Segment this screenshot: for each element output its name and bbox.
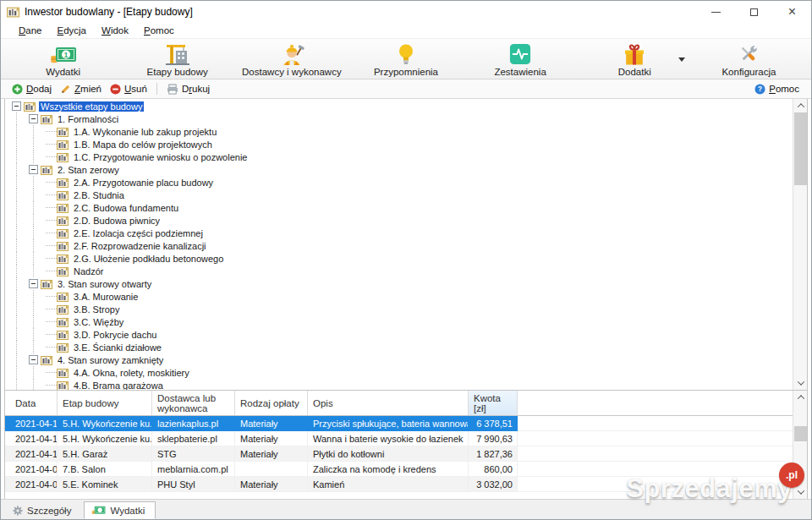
collapse-expander-icon[interactable]	[29, 114, 38, 123]
usuń-button[interactable]: Usuń	[106, 82, 151, 96]
tree-item-wszystkie-etapy-budowy[interactable]: Wszystkie etapy budowy	[5, 100, 793, 112]
table-cell: 2021-04-07	[5, 462, 58, 477]
table-scrollbar-thumb[interactable]	[794, 426, 807, 441]
menu-item-widok[interactable]: Widok	[94, 24, 136, 37]
scroll-down-icon[interactable]	[793, 376, 808, 390]
tab-wydatki[interactable]: Wydatki	[84, 501, 156, 519]
dodatki-dropdown-arrow-icon[interactable]	[678, 57, 685, 62]
collapse-expander-icon[interactable]	[29, 165, 38, 174]
tree-guide-line	[33, 315, 34, 328]
tree-guide-line	[16, 189, 17, 201]
tree-item-1-a-wykonanie-lub-zakup-projektu[interactable]: 1.A. Wykonanie lub zakup projektu	[5, 125, 793, 138]
tree-item-3-b-stropy[interactable]: 3.B. Stropy	[5, 303, 793, 315]
table-cell: Kamień	[308, 477, 469, 492]
zmień-button[interactable]: Zmień	[56, 82, 106, 96]
stage-node-icon	[57, 216, 69, 226]
column-header-rodzaj-opłaty[interactable]: Rodzaj opłaty	[235, 391, 308, 415]
menu-item-edycja[interactable]: Edycja	[50, 24, 95, 37]
collapse-expander-icon[interactable]	[29, 355, 38, 364]
help-button[interactable]: ?Pomoc	[749, 82, 804, 96]
toolbar-button-etapy-budowy[interactable]: Etapy budowy	[120, 39, 234, 79]
scroll-down-icon[interactable]	[793, 485, 808, 499]
drukuj-button[interactable]: Drukuj	[162, 82, 214, 96]
app-window: Inwestor budowlany - [Etapy budowy] × Da…	[0, 0, 812, 520]
tree-connector	[46, 233, 57, 233]
toolbar-button-dodatki[interactable]: Dodatki	[578, 39, 692, 79]
column-header-etap-budowy[interactable]: Etap budowy	[58, 391, 152, 415]
toolbar-button-dostawcy[interactable]: Dostawcy i wykonawcy	[234, 39, 348, 79]
tree-item-3-d-pokrycie-dachu[interactable]: 3.D. Pokrycie dachu	[5, 328, 793, 341]
column-header-opis[interactable]: Opis	[308, 391, 469, 415]
tree-item-2-stan-zerowy[interactable]: 2. Stan zerowy	[5, 163, 793, 176]
tree-scrollbar[interactable]	[793, 99, 807, 390]
tree-item-2-d-budowa-piwnicy[interactable]: 2.D. Budowa piwnicy	[5, 214, 793, 227]
dodaj-button[interactable]: Dodaj	[8, 82, 56, 96]
stage-node-icon	[41, 114, 52, 124]
tree-item-1-b-mapa-do-celów-projektowych[interactable]: 1.B. Mapa do celów projektowych	[5, 138, 793, 151]
tree-item-2-g-ułożenie-podkładu-betonowego[interactable]: 2.G. Ułożenie podkładu betonowego	[5, 252, 793, 265]
minimize-icon	[711, 12, 721, 13]
table-cell: meblarnia.com.pl	[152, 462, 235, 477]
tree-scrollbar-thumb[interactable]	[794, 112, 807, 185]
table-cell: STG	[152, 446, 235, 462]
tree-item-4-b-brama-garażowa[interactable]: 4.B. Brama garażowa	[5, 379, 793, 390]
table-row[interactable]: 2021-04-077.B. Salonmeblarnia.com.plZali…	[5, 462, 793, 477]
table-scrollbar[interactable]	[793, 391, 807, 499]
table-row[interactable]: 2021-04-135.H. Wykończenie ku...sklepbat…	[5, 431, 793, 446]
tree-item-3-a-murowanie[interactable]: 3.A. Murowanie	[5, 290, 793, 303]
tree-item-2-b-studnia[interactable]: 2.B. Studnia	[5, 189, 793, 201]
tree-item-3-stan-surowy-otwarty[interactable]: 3. Stan surowy otwarty	[5, 277, 793, 290]
tree-guide-line	[16, 239, 17, 252]
money-icon: 1	[50, 43, 77, 65]
table-row[interactable]: 2021-04-105.H. GarażSTGMateriałyPłytki d…	[5, 446, 793, 462]
bottom-tab-bar: SzczegółyWydatki	[1, 499, 811, 519]
menu-item-dane[interactable]: Dane	[11, 24, 50, 37]
column-header-kwota-zł[interactable]: Kwota [zł]	[469, 391, 518, 415]
worker-icon	[279, 43, 304, 65]
tree-guide-line	[33, 341, 34, 353]
table-cell-filler	[518, 431, 793, 446]
maximize-button[interactable]	[735, 1, 773, 23]
toolbar-button-zestawienia[interactable]: Zestawienia	[464, 39, 578, 79]
table-row[interactable]: 2021-04-075.E. KominekPHU StylMateriałyK…	[5, 477, 793, 492]
table-cell: Materiały	[235, 446, 308, 462]
tree-guide-line	[16, 214, 17, 227]
column-header-data[interactable]: Data	[5, 391, 58, 415]
tab-label: Wydatki	[110, 506, 145, 516]
collapse-expander-icon[interactable]	[29, 279, 38, 288]
column-header-dostawca-lub-wykonawca[interactable]: Dostawca lub wykonawca	[152, 391, 235, 415]
tab-szczegóły[interactable]: Szczegóły	[5, 501, 82, 519]
tree-item-2-a-przygotowanie-placu-budowy[interactable]: 2.A. Przygotowanie placu budowy	[5, 176, 793, 189]
toolbar-button-przypomnienia[interactable]: Przypomnienia	[348, 39, 463, 79]
add-icon	[12, 84, 23, 95]
tree-item-1-formalności[interactable]: 1. Formalności	[5, 112, 793, 125]
column-header-filler	[518, 391, 793, 415]
tree-item-label: 1.A. Wykonanie lub zakup projektu	[72, 127, 218, 137]
tree-item-2-e-izolacja-części-podziemnej[interactable]: 2.E. Izolacja części podziemnej	[5, 227, 793, 239]
svg-text:1: 1	[63, 51, 68, 59]
toolbar-button-konfiguracja[interactable]: Konfiguracja	[692, 39, 806, 79]
tree-item-1-c-przygotowanie-wniosku-o-pozwolenie[interactable]: 1.C. Przygotowanie wniosku o pozwolenie	[5, 151, 793, 163]
chart-pulse-icon	[509, 43, 531, 65]
tree-item-4-stan-surowy-zamknięty[interactable]: 4. Stan surowy zamknięty	[5, 353, 793, 366]
tree-item-3-e-ścianki-działowe[interactable]: 3.E. Ścianki działowe	[5, 341, 793, 353]
maximize-icon	[750, 8, 758, 16]
tree-item-2-c-budowa-fundamentu[interactable]: 2.C. Budowa fundamentu	[5, 201, 793, 214]
close-icon: ×	[788, 5, 796, 19]
toolbar-button-wydatki[interactable]: 1 Wydatki	[6, 39, 120, 79]
tree-item-nadzór[interactable]: Nadzór	[5, 265, 793, 277]
scroll-up-icon[interactable]	[793, 99, 808, 112]
stage-node-icon	[57, 190, 69, 200]
tree-item-2-f-rozprowadzenie-kanalizacji[interactable]: 2.F. Rozprowadzenie kanalizacji	[5, 239, 793, 252]
tree-item-4-a-okna-rolety-moskitiery[interactable]: 4.A. Okna, rolety, moskitiery	[5, 366, 793, 379]
tree-guide-line	[16, 315, 17, 328]
menu-item-pomoc[interactable]: Pomoc	[136, 24, 182, 37]
scroll-up-icon[interactable]	[793, 391, 808, 404]
table-row[interactable]: 2021-04-135.H. Wykończenie ku...lazienka…	[5, 416, 793, 431]
tree-guide-line	[16, 366, 17, 379]
minimize-button[interactable]	[697, 1, 735, 23]
tree-item-3-c-więźby[interactable]: 3.C. Więźby	[5, 315, 793, 328]
collapse-expander-icon[interactable]	[12, 101, 21, 111]
close-button[interactable]: ×	[773, 1, 811, 23]
tree-connector	[46, 131, 57, 132]
